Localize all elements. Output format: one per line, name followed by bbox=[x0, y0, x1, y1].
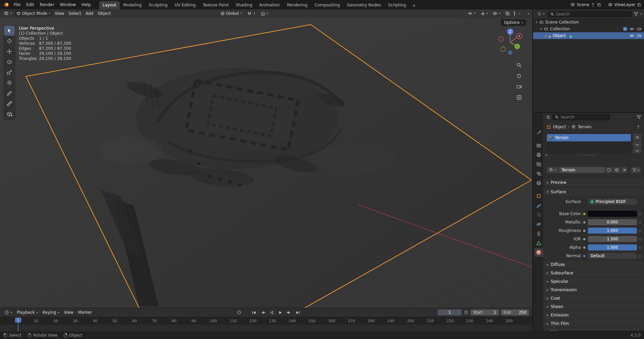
fake-user-button[interactable] bbox=[605, 167, 613, 173]
properties-search-input[interactable]: Search bbox=[553, 114, 610, 120]
collection-checkbox[interactable]: ✓ bbox=[623, 27, 627, 31]
filter-icon[interactable] bbox=[637, 115, 641, 120]
breadcrumb-material[interactable]: Terrain bbox=[578, 125, 592, 129]
tab-constraints[interactable] bbox=[534, 229, 543, 238]
zoom-button[interactable] bbox=[515, 61, 523, 69]
menu-keying[interactable]: Keying▾ bbox=[41, 309, 61, 315]
panel-diffuse[interactable]: ▸Diffuse bbox=[544, 261, 643, 268]
panel-subsurface[interactable]: ▸Subsurface bbox=[544, 269, 643, 277]
tool-move[interactable] bbox=[4, 46, 15, 57]
proportional-editing-toggle[interactable]: ▾ bbox=[259, 10, 270, 16]
tool-measure[interactable] bbox=[4, 99, 15, 109]
panel-emission[interactable]: ▸Emission bbox=[544, 311, 643, 319]
metallic-field[interactable]: 0.000 bbox=[588, 219, 637, 225]
navigation-gizmo[interactable]: Z X Y bbox=[496, 27, 524, 59]
hide-eye-icon[interactable] bbox=[630, 33, 634, 38]
tab-scene[interactable] bbox=[534, 169, 543, 178]
xray-toggle[interactable] bbox=[503, 10, 512, 16]
visibility-dropdown[interactable]: ▾ bbox=[466, 10, 477, 16]
tab-texture-paint[interactable]: Texture Paint bbox=[199, 1, 232, 9]
animate-dot[interactable] bbox=[639, 238, 641, 240]
timeline-editor-type-button[interactable]: ▾ bbox=[3, 309, 14, 315]
menu-select[interactable]: Select bbox=[67, 10, 83, 16]
new-scene-icon[interactable] bbox=[597, 3, 601, 7]
animate-dot[interactable] bbox=[639, 230, 641, 232]
panel-preview[interactable]: ▸Preview bbox=[544, 179, 643, 186]
tool-add-primitive[interactable] bbox=[4, 109, 15, 119]
snap-toggle[interactable]: ▾ bbox=[245, 10, 257, 16]
menu-playback[interactable]: Playback▾ bbox=[15, 309, 40, 315]
menu-window[interactable]: Window bbox=[57, 1, 78, 8]
jump-to-start-button[interactable] bbox=[250, 309, 258, 315]
frame-end-field[interactable]: End250 bbox=[501, 309, 529, 315]
material-slot-list[interactable]: Terrain bbox=[546, 134, 631, 152]
alpha-slider[interactable]: 1.000 bbox=[588, 244, 637, 250]
add-workspace-button[interactable]: + bbox=[410, 2, 418, 9]
tool-rotate[interactable] bbox=[4, 57, 15, 67]
panel-specular[interactable]: ▸Specular bbox=[544, 278, 643, 285]
outliner-search-input[interactable]: Search bbox=[548, 11, 632, 17]
menu-file[interactable]: File bbox=[11, 1, 23, 8]
tab-view-layer[interactable] bbox=[534, 160, 543, 169]
expand-icon[interactable]: ▾ bbox=[536, 21, 537, 24]
jump-to-end-button[interactable] bbox=[294, 309, 301, 315]
panel-thin-film[interactable]: ▸Thin Film bbox=[544, 320, 643, 327]
expand-icon[interactable]: ▸ bbox=[545, 34, 547, 37]
mode-select[interactable]: Object Mode▾ bbox=[14, 10, 52, 16]
remove-slot-button[interactable]: − bbox=[633, 141, 641, 148]
options-dropdown[interactable]: Options▾ bbox=[501, 19, 526, 26]
render-camera-icon[interactable] bbox=[637, 33, 641, 38]
material-filter-button[interactable]: ▾ bbox=[631, 167, 641, 173]
slot-specials-button[interactable]: ▾ bbox=[633, 148, 641, 153]
material-slot-row[interactable]: Terrain bbox=[547, 134, 631, 141]
panel-volume[interactable]: ▸Volume bbox=[544, 328, 643, 331]
gizmo-y-neg[interactable] bbox=[501, 47, 505, 52]
menu-marker[interactable]: Marker bbox=[76, 309, 93, 315]
overlays-dropdown[interactable]: ▾ bbox=[491, 10, 502, 16]
tab-modeling[interactable]: Modeling bbox=[120, 1, 145, 9]
menu-render[interactable]: Render bbox=[37, 1, 57, 8]
panel-coat[interactable]: ▸Coat bbox=[544, 295, 643, 302]
animate-dot[interactable] bbox=[639, 255, 641, 257]
menu-view[interactable]: View bbox=[53, 10, 66, 16]
tab-rendering[interactable]: Rendering bbox=[283, 1, 311, 9]
tab-tool[interactable] bbox=[534, 128, 543, 136]
outliner-editor-type-button[interactable]: ▾ bbox=[535, 11, 546, 17]
panel-sheen[interactable]: ▸Sheen bbox=[544, 303, 643, 310]
viewport-canvas[interactable]: User Perspective (1) Collection | Object… bbox=[0, 18, 532, 308]
hide-eye-icon[interactable] bbox=[630, 27, 634, 31]
menu-edit[interactable]: Edit bbox=[24, 1, 37, 8]
material-name-field[interactable]: Terrain bbox=[559, 167, 605, 173]
shading-material-button[interactable] bbox=[522, 13, 524, 14]
menu-help[interactable]: Help bbox=[79, 1, 93, 8]
outliner-row-scene-collection[interactable]: ▾ Scene Collection bbox=[533, 19, 644, 26]
tab-object-data[interactable] bbox=[534, 239, 543, 247]
base-color-swatch[interactable] bbox=[588, 211, 637, 217]
frame-start-field[interactable]: Start1 bbox=[470, 309, 499, 315]
tool-select-tweak[interactable] bbox=[4, 26, 15, 36]
pin-icon[interactable] bbox=[591, 3, 595, 7]
tool-transform[interactable] bbox=[4, 78, 15, 88]
tab-render[interactable] bbox=[534, 141, 543, 150]
tab-modifiers[interactable] bbox=[534, 201, 543, 210]
current-frame-field[interactable]: 1 bbox=[438, 309, 462, 315]
unlink-button[interactable]: × bbox=[621, 167, 628, 173]
animate-dot[interactable] bbox=[639, 246, 641, 249]
expand-icon[interactable]: ▾ bbox=[540, 27, 542, 31]
filter-icon[interactable] bbox=[634, 12, 638, 16]
tab-uv-editing[interactable]: UV Editing bbox=[171, 1, 199, 9]
browse-material-button[interactable]: ▾ bbox=[546, 167, 559, 173]
shading-wireframe-button[interactable] bbox=[513, 10, 516, 16]
outliner-options-caret[interactable]: ▾ bbox=[641, 12, 642, 15]
transform-orientation-select[interactable]: Global▾ bbox=[219, 10, 243, 16]
menu-add[interactable]: Add bbox=[84, 10, 95, 16]
shading-solid-button[interactable] bbox=[518, 13, 520, 14]
new-view-layer-icon[interactable] bbox=[637, 3, 641, 7]
panel-surface[interactable]: ▾Surface bbox=[544, 188, 643, 196]
tab-scripting[interactable]: Scripting bbox=[385, 1, 409, 9]
tab-object[interactable] bbox=[534, 192, 543, 200]
normal-select[interactable]: Default bbox=[588, 253, 637, 259]
gizmos-dropdown[interactable]: ▾ bbox=[479, 10, 490, 16]
new-material-button[interactable] bbox=[613, 167, 621, 173]
next-keyframe-button[interactable] bbox=[285, 309, 293, 315]
